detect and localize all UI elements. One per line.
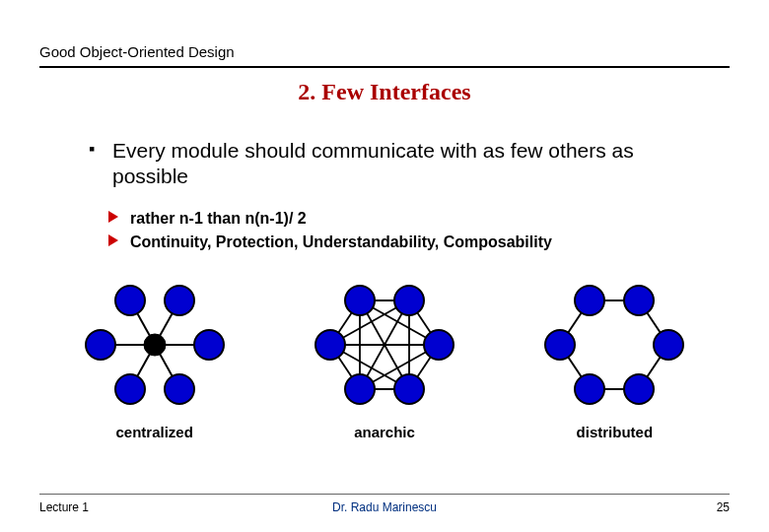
footer-right: 25	[717, 500, 730, 514]
svg-point-28	[345, 286, 375, 315]
body-text: Every module should communicate with as …	[89, 138, 710, 255]
svg-point-29	[394, 286, 424, 315]
svg-point-33	[394, 374, 424, 404]
distributed-graph-icon	[535, 276, 693, 414]
svg-point-42	[545, 330, 575, 360]
bullet-main: Every module should communicate with as …	[89, 138, 710, 190]
bullet-sub-2: Continuity, Protection, Understandabilit…	[108, 232, 710, 253]
svg-point-12	[144, 334, 166, 356]
diagram-label: distributed	[516, 424, 713, 440]
diagram-label: centralized	[56, 424, 253, 440]
svg-point-44	[575, 374, 604, 404]
slide-header: Good Object-Oriented Design	[39, 43, 730, 68]
svg-point-11	[165, 374, 194, 404]
diagram-anarchic: anarchic	[286, 276, 483, 440]
svg-point-41	[624, 286, 654, 315]
diagram-row: centralized	[39, 276, 730, 440]
svg-point-30	[315, 330, 345, 360]
svg-point-7	[165, 286, 194, 315]
svg-point-8	[86, 330, 115, 360]
svg-point-10	[115, 374, 145, 404]
diagram-centralized: centralized	[56, 276, 253, 440]
diagram-distributed: distributed	[516, 276, 713, 440]
footer-left: Lecture 1	[39, 500, 89, 514]
centralized-graph-icon	[76, 276, 234, 414]
anarchic-graph-icon	[306, 276, 463, 414]
footer: Lecture 1 Dr. Radu Marinescu 25	[39, 494, 730, 514]
diagram-label: anarchic	[286, 424, 483, 440]
svg-point-43	[654, 330, 683, 360]
svg-point-6	[115, 286, 145, 315]
svg-point-31	[424, 330, 454, 360]
svg-point-32	[345, 374, 375, 404]
svg-point-45	[624, 374, 654, 404]
slide-title: 2. Few Interfaces	[0, 79, 769, 105]
footer-center: Dr. Radu Marinescu	[332, 500, 437, 514]
slide: Good Object-Oriented Design 2. Few Inter…	[0, 0, 769, 532]
svg-point-9	[194, 330, 224, 360]
bullet-sub-1: rather n-1 than n(n-1)/ 2	[108, 208, 710, 230]
svg-point-40	[575, 286, 604, 315]
